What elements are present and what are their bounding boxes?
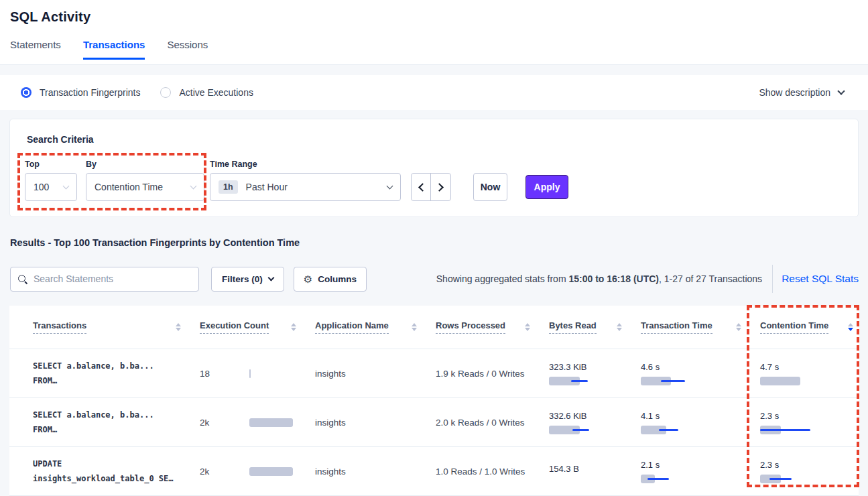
now-button[interactable]: Now	[473, 173, 507, 201]
sort-icon-active-desc	[843, 323, 853, 332]
gear-icon: ⚙	[304, 274, 312, 284]
columns-button[interactable]: ⚙ Columns	[294, 267, 367, 292]
time-range-label: Time Range	[210, 160, 401, 169]
aggregated-stats-text: Showing aggregated stats from 15:00 to 1…	[436, 273, 762, 284]
bytes-read-cell: 323.3 KiB	[549, 349, 641, 397]
transaction-time-cell: 4.6 s	[641, 349, 760, 397]
next-time-button[interactable]	[431, 174, 450, 200]
results-heading: Results - Top 100 Transaction Fingerprin…	[10, 237, 868, 248]
rows-processed-cell: 1.0 Reads / 1.0 Writes	[436, 447, 549, 495]
application-name-cell: insights	[315, 447, 436, 495]
table-row: SELECT a.balance, b.ba...FROM… 18 insigh…	[9, 349, 859, 398]
transaction-time-bar	[641, 426, 708, 434]
column-header-transaction-time[interactable]: Transaction Time	[641, 306, 760, 349]
tab-bar: Statements Transactions Sessions	[10, 39, 868, 60]
execution-count-bar	[249, 369, 315, 378]
search-criteria-card: Search Criteria Top 100 By Contention Ti…	[9, 119, 859, 217]
results-controls: Filters (0) ⚙ Columns Showing aggregated…	[10, 265, 859, 292]
search-statements-input[interactable]	[34, 273, 192, 284]
chevron-left-icon	[418, 183, 427, 192]
rows-processed-cell: 2.0 k Reads / 0 Writes	[436, 398, 549, 446]
radio-active-executions[interactable]: Active Executions	[160, 87, 253, 98]
column-header-rows-processed[interactable]: Rows Processed	[436, 306, 549, 349]
column-header-execution-count[interactable]: Execution Count	[200, 306, 315, 349]
top-label: Top	[25, 160, 77, 169]
bytes-read-cell: 332.6 KiB	[549, 398, 641, 446]
stats-area: Showing aggregated stats from 15:00 to 1…	[436, 265, 859, 293]
sort-icon	[286, 323, 296, 332]
tab-sessions[interactable]: Sessions	[167, 39, 208, 60]
application-name-cell: insights	[315, 349, 436, 397]
column-header-transactions[interactable]: Transactions	[33, 306, 200, 349]
search-statements-box	[10, 267, 199, 292]
transaction-time-cell: 2.1 s	[641, 447, 760, 495]
bytes-read-cell: 154.3 B	[549, 447, 641, 495]
page-header: SQL Activity Statements Transactions Ses…	[0, 0, 868, 65]
execution-count-cell: 2k	[200, 398, 315, 446]
filters-button[interactable]: Filters (0)	[211, 267, 284, 292]
contention-time-cell: 2.3 s	[760, 447, 859, 495]
search-criteria-heading: Search Criteria	[10, 119, 858, 145]
radio-unselected-icon	[160, 87, 171, 98]
sort-icon	[406, 323, 417, 332]
time-range-badge: 1h	[219, 180, 238, 194]
by-select-value: Contention Time	[95, 182, 163, 192]
sort-icon	[170, 323, 181, 332]
contention-time-cell: 4.7 s	[760, 349, 859, 397]
transaction-time-bar	[641, 377, 708, 385]
sort-icon	[731, 323, 741, 332]
radio-label: Active Executions	[179, 87, 253, 98]
column-header-contention-time[interactable]: Contention Time	[760, 306, 859, 349]
chevron-down-icon	[267, 275, 274, 282]
chevron-down-icon	[387, 183, 393, 190]
vertical-divider	[772, 265, 773, 293]
by-label: By	[86, 160, 204, 169]
time-range-value: Past Hour	[246, 182, 288, 192]
top-select[interactable]: 100	[25, 173, 77, 201]
tab-statements[interactable]: Statements	[10, 39, 61, 60]
transaction-fingerprint-link[interactable]: SELECT a.balance, b.ba...FROM…	[33, 398, 200, 446]
rows-processed-cell: 1.9 k Reads / 0 Writes	[436, 349, 549, 397]
radio-selected-icon	[21, 87, 32, 98]
application-name-cell: insights	[315, 398, 436, 446]
sort-icon	[611, 323, 622, 332]
tab-transactions[interactable]: Transactions	[83, 39, 145, 60]
top-field: Top 100	[25, 160, 77, 201]
show-description-toggle[interactable]: Show description	[759, 87, 844, 98]
table-row: UPDATEinsights_workload_table_0 SE… 2k i…	[9, 447, 859, 496]
transaction-fingerprint-link[interactable]: UPDATEinsights_workload_table_0 SE…	[33, 447, 200, 495]
reset-sql-stats-link[interactable]: Reset SQL Stats	[782, 273, 859, 285]
chevron-down-icon	[837, 87, 845, 95]
time-range-select[interactable]: 1h Past Hour	[210, 173, 401, 201]
columns-label: Columns	[318, 274, 357, 284]
chevron-down-icon	[190, 183, 197, 190]
sql-activity-page: SQL Activity Statements Transactions Ses…	[0, 0, 868, 496]
page-title: SQL Activity	[0, 0, 868, 25]
table-row: SELECT a.balance, b.ba...FROM… 2k insigh…	[9, 398, 859, 447]
view-toggle-bar: Transaction Fingerprints Active Executio…	[0, 75, 868, 110]
bytes-read-bar	[549, 426, 616, 434]
transaction-time-bar	[641, 475, 708, 483]
table-header-row: Transactions Execution Count Application…	[9, 306, 859, 349]
execution-count-cell: 18	[200, 349, 315, 397]
by-field: By Contention Time	[86, 160, 204, 201]
bytes-read-bar	[549, 377, 616, 385]
radio-label: Transaction Fingerprints	[40, 87, 140, 98]
transaction-time-cell: 4.1 s	[641, 398, 760, 446]
top-select-value: 100	[34, 182, 49, 192]
contention-time-bar	[760, 426, 827, 434]
contention-time-bar	[760, 475, 827, 483]
transaction-fingerprint-link[interactable]: SELECT a.balance, b.ba...FROM…	[33, 349, 200, 397]
previous-time-button[interactable]	[412, 174, 431, 200]
contention-time-bar	[760, 377, 827, 385]
search-icon	[17, 274, 27, 284]
by-select[interactable]: Contention Time	[86, 173, 204, 201]
sort-icon	[519, 323, 530, 332]
time-range-stepper	[411, 173, 451, 201]
filters-label: Filters (0)	[222, 274, 263, 284]
column-header-bytes-read[interactable]: Bytes Read	[549, 306, 641, 349]
apply-button[interactable]: Apply	[525, 175, 568, 199]
show-description-label: Show description	[759, 87, 830, 98]
radio-transaction-fingerprints[interactable]: Transaction Fingerprints	[21, 87, 140, 98]
column-header-application-name[interactable]: Application Name	[315, 306, 436, 349]
